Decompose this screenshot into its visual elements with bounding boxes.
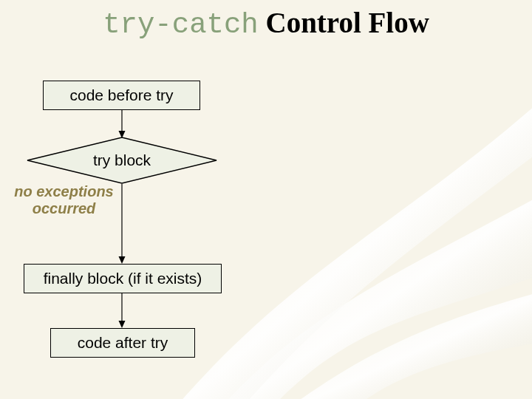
node-label: code after try — [78, 334, 168, 352]
branch-label-line2: occurred — [33, 200, 96, 216]
svg-marker-6 — [119, 321, 126, 328]
branch-label-line1: no exceptions — [14, 183, 113, 200]
title-serif-part: Control Flow — [259, 7, 429, 38]
arrow-finally-to-after — [117, 293, 127, 328]
node-code-before-try: code before try — [43, 81, 200, 110]
page-title: try-catch Control Flow — [0, 6, 532, 41]
arrow-try-to-finally — [117, 184, 127, 264]
node-try-block: try block — [27, 137, 217, 184]
svg-marker-4 — [119, 256, 126, 264]
node-label: code before try — [69, 86, 173, 104]
node-label: try block — [27, 137, 217, 184]
node-label: finally block (if it exists) — [44, 270, 202, 287]
arrow-before-to-try — [117, 110, 127, 138]
node-finally-block: finally block (if it exists) — [24, 264, 222, 293]
node-code-after-try: code after try — [50, 328, 195, 358]
branch-label-no-exceptions: no exceptions occurred — [3, 183, 125, 217]
title-monospace-part: try-catch — [103, 9, 259, 41]
